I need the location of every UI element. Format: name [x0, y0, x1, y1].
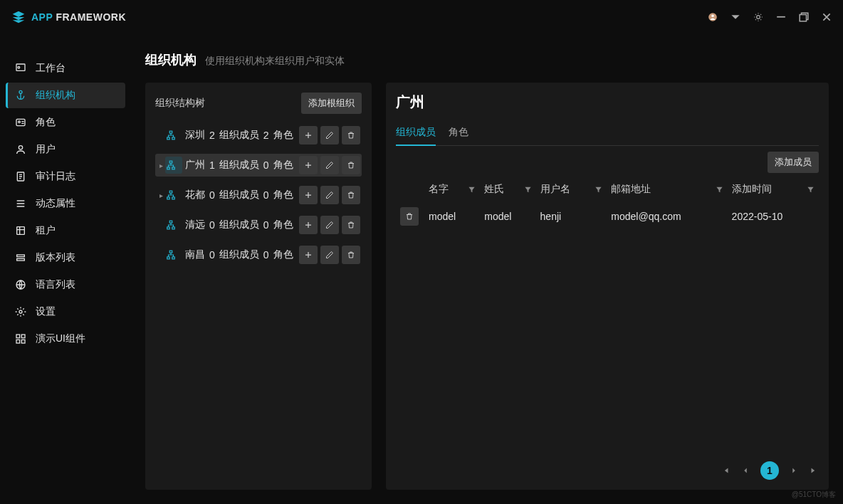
sitemap-icon: [166, 190, 182, 200]
add-child-button[interactable]: [299, 126, 318, 145]
sidebar-item-id-card[interactable]: 角色: [6, 110, 125, 135]
sidebar-item-label: 设置: [36, 305, 56, 318]
pager-first-icon[interactable]: [721, 466, 731, 476]
expand-icon[interactable]: ▸: [157, 162, 165, 169]
svg-rect-17: [16, 335, 20, 338]
sidebar-item-gear[interactable]: 设置: [6, 299, 125, 325]
add-child-button[interactable]: [299, 156, 318, 174]
window-maximize-icon[interactable]: [799, 12, 809, 22]
page-header: 组织机构 使用组织机构来组织用户和实体: [145, 51, 829, 68]
delete-button[interactable]: [342, 186, 360, 204]
filter-icon[interactable]: [716, 186, 723, 194]
page-description: 使用组织机构来组织用户和实体: [205, 55, 345, 68]
filter-icon[interactable]: [595, 186, 602, 194]
add-child-button[interactable]: [299, 246, 318, 264]
svg-rect-35: [172, 257, 175, 259]
svg-rect-26: [172, 167, 175, 169]
sidebar-item-components[interactable]: 演示UI组件: [6, 326, 125, 352]
logo-icon: [11, 10, 26, 24]
sidebar-item-label: 工作台: [36, 62, 66, 75]
delete-button[interactable]: [342, 156, 360, 174]
cell-username: henji: [536, 201, 607, 231]
svg-rect-12: [17, 227, 25, 235]
tree-node[interactable]: 深圳 2组织成员 2角色: [155, 124, 362, 147]
sitemap-icon: [166, 160, 182, 170]
edit-button[interactable]: [320, 246, 339, 264]
add-child-button[interactable]: [299, 216, 318, 234]
expand-icon[interactable]: ▸: [157, 191, 165, 199]
watermark: @51CTO博客: [792, 490, 836, 500]
svg-rect-19: [16, 340, 20, 343]
sidebar-item-anchor[interactable]: 组织机构: [6, 83, 125, 108]
svg-rect-4: [800, 14, 806, 21]
versions-icon: [14, 252, 27, 263]
filter-icon[interactable]: [468, 186, 476, 194]
window-close-icon[interactable]: [822, 12, 832, 22]
pager-prev-icon[interactable]: [740, 466, 750, 476]
tree-node[interactable]: ▸ 花都 0组织成员 0角色: [155, 184, 362, 206]
tab[interactable]: 角色: [449, 120, 468, 145]
svg-rect-20: [21, 340, 25, 343]
pager-last-icon[interactable]: [809, 466, 819, 476]
sidebar-item-label: 租户: [36, 224, 56, 237]
sidebar-item-dashboard[interactable]: 工作台: [6, 56, 125, 81]
delete-button[interactable]: [342, 246, 360, 264]
sidebar-item-globe[interactable]: 语言列表: [6, 272, 125, 298]
svg-rect-31: [167, 227, 170, 229]
svg-rect-14: [17, 258, 25, 261]
delete-button[interactable]: [342, 126, 360, 145]
row-delete-button[interactable]: [400, 207, 419, 226]
tree-node-label: 南昌 0组织成员 0角色: [182, 248, 299, 261]
column-header: 名字: [424, 177, 480, 201]
tree-node[interactable]: ▸ 广州 1组织成员 0角色: [155, 154, 362, 177]
svg-rect-34: [167, 257, 170, 259]
sitemap-icon: [166, 130, 182, 140]
filter-icon[interactable]: [807, 186, 815, 194]
column-header: 添加时间: [728, 177, 819, 201]
sidebar-item-audit[interactable]: 审计日志: [6, 164, 125, 189]
pager-current[interactable]: 1: [760, 461, 779, 480]
sitemap-icon: [166, 220, 182, 230]
org-tree-list: 深圳 2组织成员 2角色 ▸ 广州 1组织成员 0角色 ▸ 花都 0组织成员 0…: [155, 124, 362, 266]
tree-node[interactable]: 南昌 0组织成员 0角色: [155, 243, 362, 266]
tree-node[interactable]: 清远 0组织成员 0角色: [155, 214, 362, 236]
edit-button[interactable]: [320, 186, 339, 204]
svg-rect-28: [167, 197, 170, 199]
theme-toggle-icon[interactable]: [753, 12, 763, 22]
tree-node-label: 花都 0组织成员 0角色: [182, 189, 299, 201]
sidebar-item-tenant[interactable]: 租户: [6, 218, 125, 243]
tenant-icon: [14, 225, 27, 236]
add-member-button[interactable]: 添加成员: [768, 152, 819, 173]
dropdown-caret-icon[interactable]: [731, 12, 740, 22]
cell-added: 2022-05-10: [728, 201, 819, 231]
user-icon: [14, 144, 27, 155]
sidebar-item-list[interactable]: 动态属性: [6, 191, 125, 216]
sidebar-item-user[interactable]: 用户: [6, 137, 125, 162]
add-root-org-button[interactable]: 添加根组织: [301, 93, 362, 114]
window-minimize-icon[interactable]: [776, 12, 786, 22]
dashboard-icon: [14, 63, 27, 74]
add-child-button[interactable]: [299, 186, 318, 204]
sidebar-item-versions[interactable]: 版本列表: [6, 245, 125, 271]
pager-next-icon[interactable]: [789, 466, 799, 476]
components-icon: [14, 333, 27, 345]
user-avatar-menu[interactable]: [708, 12, 718, 22]
svg-point-1: [711, 14, 714, 17]
svg-rect-25: [167, 167, 170, 169]
delete-button[interactable]: [342, 216, 360, 234]
filter-icon[interactable]: [524, 186, 532, 194]
anchor-icon: [14, 90, 27, 101]
edit-button[interactable]: [320, 156, 339, 174]
sitemap-icon: [166, 250, 182, 260]
tab[interactable]: 组织成员: [396, 120, 436, 146]
sidebar-item-label: 动态属性: [36, 197, 75, 210]
pager: 1: [396, 453, 819, 480]
main-content: 组织机构 使用组织机构来组织用户和实体 组织结构树 添加根组织 深圳 2组织成员…: [131, 34, 843, 504]
org-detail-panel: 广州 组织成员角色 添加成员 名字姓氏用户名邮箱地址添加时间 model mod…: [386, 83, 829, 490]
cell-last-name: model: [480, 201, 535, 231]
sidebar-item-label: 用户: [36, 143, 56, 156]
edit-button[interactable]: [320, 126, 339, 145]
edit-button[interactable]: [320, 216, 339, 234]
column-header: 用户名: [536, 177, 607, 201]
globe-icon: [14, 279, 27, 290]
